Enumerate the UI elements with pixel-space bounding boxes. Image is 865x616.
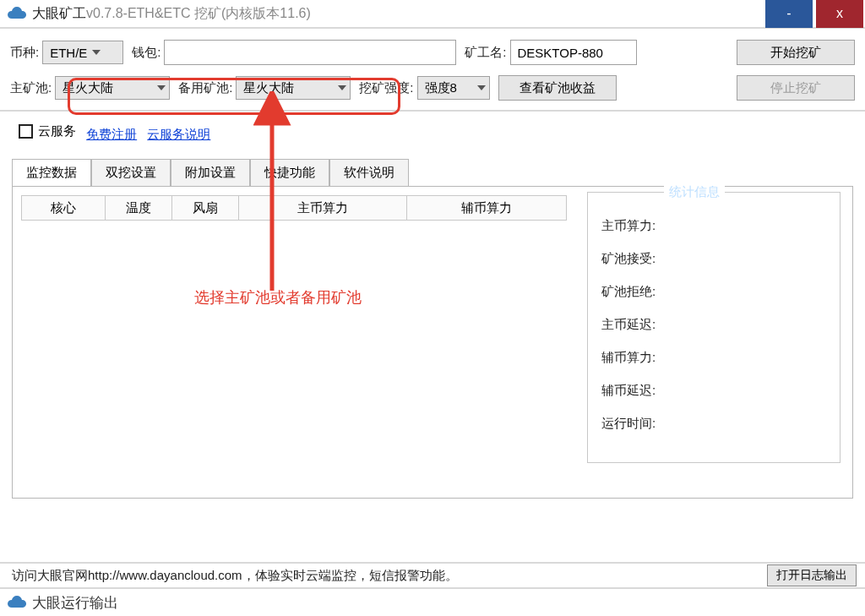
miner-name-label: 矿工名: [465, 45, 506, 61]
tab-extra[interactable]: 附加设置 [171, 159, 250, 187]
footer-text: 访问大眼官网http://www.dayancloud.com，体验实时云端监控… [12, 568, 767, 584]
cloud-help-link[interactable]: 云服务说明 [147, 127, 210, 141]
intensity-select[interactable]: 强度8 [417, 76, 490, 100]
titlebar: 大眼矿工v0.7.8-ETH&ETC 挖矿(内核版本11.6) - x [0, 0, 865, 29]
stat-aux-delay: 辅币延迟: [601, 383, 826, 399]
annotation-text: 选择主矿池或者备用矿池 [194, 287, 362, 308]
tab-about[interactable]: 软件说明 [329, 159, 409, 187]
cloud-service-row: 云服务 免费注册 云服务说明 [0, 112, 865, 150]
wallet-label: 钱包: [132, 45, 160, 61]
backup-pool-value: 星火大陆 [243, 80, 294, 96]
cloud-service-checkbox[interactable]: 云服务 [19, 123, 76, 139]
window-title: 大眼矿工v0.7.8-ETH&ETC 挖矿(内核版本11.6) [32, 5, 765, 23]
th-fan: 风扇 [171, 195, 239, 221]
tab-dualmine[interactable]: 双挖设置 [91, 159, 171, 187]
miner-name-input[interactable] [510, 40, 637, 65]
start-mining-button[interactable]: 开始挖矿 [737, 40, 855, 65]
cloud-service-label: 云服务 [38, 123, 76, 139]
th-core: 核心 [21, 195, 106, 221]
main-pool-label: 主矿池: [10, 80, 52, 96]
checkbox-box-icon [19, 124, 33, 139]
stat-aux-hash: 辅币算力: [601, 350, 826, 366]
app-window: 大眼矿工v0.7.8-ETH&ETC 挖矿(内核版本11.6) - x 币种: … [0, 0, 865, 616]
stats-panel: 统计信息 主币算力: 矿池接受: 矿池拒绝: 主币延迟: 辅币算力: 辅币延迟:… [587, 192, 841, 463]
chevron-down-icon [477, 85, 486, 90]
config-row-1: 币种: ETH/E 钱包: 矿工名: 开始挖矿 [10, 39, 855, 66]
coin-label: 币种: [10, 45, 39, 61]
tab-monitor[interactable]: 监控数据 [12, 159, 91, 187]
coin-select[interactable]: ETH/E [42, 41, 123, 64]
tab-shortcuts[interactable]: 快捷功能 [250, 159, 329, 187]
open-log-button[interactable]: 打开日志输出 [767, 564, 857, 586]
chevron-down-icon [157, 85, 166, 90]
window-buttons: - x [765, 0, 865, 28]
tab-body: 核心 温度 风扇 主币算力 辅币算力 统计信息 主币算力: 矿池接受: 矿池拒绝… [12, 186, 853, 499]
main-pool-select[interactable]: 星火大陆 [55, 76, 170, 100]
stop-mining-button[interactable]: 停止挖矿 [737, 75, 855, 101]
close-button[interactable]: x [816, 0, 863, 28]
cloud-icon [7, 596, 27, 609]
backup-pool-label: 备用矿池: [178, 80, 232, 96]
chevron-down-icon [338, 85, 346, 90]
stat-rejected: 矿池拒绝: [601, 284, 826, 300]
tab-host: 监控数据 双挖设置 附加设置 快捷功能 软件说明 核心 温度 风扇 主币算力 辅… [12, 158, 853, 499]
config-row-2: 主矿池: 星火大陆 备用矿池: 星火大陆 挖矿强度: 强度8 查看矿池收益 停止… [10, 74, 855, 101]
log-window-title: 大眼运行输出 [32, 593, 118, 613]
main-pool-value: 星火大陆 [63, 80, 113, 96]
th-temp: 温度 [105, 195, 172, 221]
chevron-down-icon [92, 50, 101, 55]
coin-select-value: ETH/E [50, 46, 87, 60]
wallet-input[interactable] [164, 40, 456, 65]
view-profit-button[interactable]: 查看矿池收益 [498, 75, 617, 101]
free-register-link[interactable]: 免费注册 [86, 127, 137, 141]
log-window-titlebar: 大眼运行输出 [0, 587, 865, 616]
th-main-hash: 主币算力 [238, 195, 407, 221]
stat-accepted: 矿池接受: [601, 251, 826, 267]
stat-main-delay: 主币延迟: [601, 317, 826, 333]
stats-title: 统计信息 [664, 184, 725, 200]
config-rows: 币种: ETH/E 钱包: 矿工名: 开始挖矿 主矿池: 星火大陆 备用矿池: [0, 29, 865, 112]
stat-runtime: 运行时间: [601, 416, 826, 432]
intensity-value: 强度8 [425, 80, 457, 96]
backup-pool-select[interactable]: 星火大陆 [236, 76, 351, 100]
minimize-button[interactable]: - [765, 0, 813, 28]
footer-bar: 访问大眼官网http://www.dayancloud.com，体验实时云端监控… [0, 562, 865, 587]
th-aux-hash: 辅币算力 [406, 195, 567, 221]
stat-main-hash: 主币算力: [601, 218, 826, 234]
tab-strip: 监控数据 双挖设置 附加设置 快捷功能 软件说明 [12, 158, 853, 186]
intensity-label: 挖矿强度: [359, 80, 413, 96]
cloud-icon [7, 7, 27, 20]
